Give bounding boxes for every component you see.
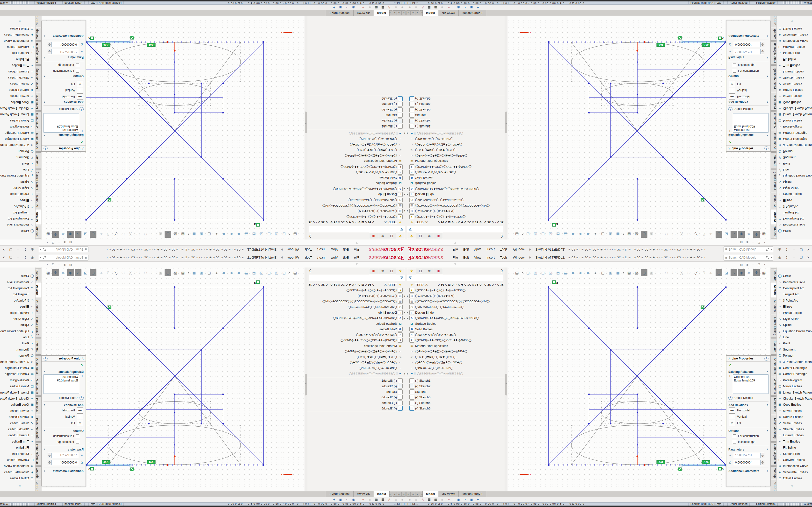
tree-item[interactable]: ◪Surface Bodies <box>307 321 406 326</box>
ok-check-icon[interactable]: ✔ <box>729 140 770 145</box>
tool-line[interactable]: ╱Line <box>0 334 35 340</box>
tool-scale-entities[interactable]: ↗Scale Entities <box>0 420 35 426</box>
tree-item[interactable]: ▶▯Design Binder <box>307 192 406 197</box>
tool-point[interactable]: ▪Point <box>777 340 812 346</box>
menu-tools[interactable]: Tools <box>497 246 510 253</box>
tool-partial-ellipse[interactable]: ◖Partial Ellipse <box>0 309 35 316</box>
menu-edit[interactable]: Edit <box>461 254 471 262</box>
tree-item[interactable]: ▥◯ƧЅ✚ЗЄЅ◯ИN◎◦✚ƆCЗЄƆЗЄЅ◯◦◯ЅЄЗƆЄЗC✚◦◎NИ◯ <box>307 299 406 304</box>
tool-line[interactable]: ╱Line <box>777 167 812 173</box>
tool-spline[interactable]: ∿Spline <box>0 179 35 185</box>
commandmanager-tab-surfaces[interactable]: Surfaces <box>35 193 41 209</box>
menu-file[interactable]: File <box>351 246 362 253</box>
tree-item[interactable]: Σ◯ƧЅИN◎◦✚A∩ºЗЄ◯◦◯ЗЄº∩A✚◦◎NИЅƧ◯ <box>307 338 406 343</box>
tree-item[interactable]: ▶▯Design Binder <box>307 310 406 315</box>
section-parameters[interactable]: Parameters ∧ <box>42 447 86 452</box>
pattern-gray-icon[interactable]: ◈ <box>439 497 445 502</box>
commandmanager-tab-surfaces[interactable]: Surfaces <box>35 298 41 314</box>
tool-3-point-arc[interactable]: ◠3 Point Arc <box>777 204 812 210</box>
commandmanager-tab-direct-editing[interactable]: Direct Editing <box>35 315 41 338</box>
tool-point[interactable]: ▪Point <box>777 161 812 167</box>
splitter-knob[interactable] <box>305 383 306 384</box>
tool-centerpoint-arc[interactable]: ◠Centerpoint Arc <box>777 216 812 222</box>
tool-center-rectangle[interactable]: ▣Center Rectangle <box>777 365 812 371</box>
expand-panel-icon[interactable]: ❯ <box>501 235 503 238</box>
tool-center-rectangle[interactable]: ▣Center Rectangle <box>0 136 35 142</box>
tool-segment[interactable]: #Segment <box>777 155 812 161</box>
parameter-field[interactable]: ∠0.00000000°▲▼ <box>726 41 770 48</box>
relation-badge-onedge[interactable]: 3 <box>254 281 260 284</box>
commandmanager-tab-mesh-modeling[interactable]: Mesh Modeling <box>771 65 777 92</box>
tree-item-sketch[interactable]: (-) Sketch4 <box>406 400 505 406</box>
restore-button[interactable]: ❐ <box>798 256 805 259</box>
coordinate-axes-icon[interactable]: ⌐ <box>446 497 452 502</box>
tool-parallelogram[interactable]: ▱Parallelogram <box>777 377 812 383</box>
option-for-construction[interactable]: For construction <box>726 433 770 439</box>
tool-fit-spline[interactable]: ≈Fit Spline <box>0 445 35 451</box>
menu-edit[interactable]: Edit <box>461 246 471 253</box>
commandmanager-tab-data-migration[interactable]: Data Migration <box>35 442 41 466</box>
tool-3-point-center-recta-[interactable]: ◇3 Point Center Recta... <box>0 142 35 148</box>
tree-item[interactable]: Σ◯ƧЅИN◎◦✚A∩ºЗЄ◯◦◯ЗЄº∩A✚◦◎NИЅƧ◯ <box>406 164 505 169</box>
pattern-gray-icon[interactable]: ◈ <box>439 5 445 10</box>
add-relation-horizontal[interactable]: —Horizontal <box>42 94 86 100</box>
splitter-knob[interactable] <box>506 383 507 384</box>
relation-badge-onedge[interactable]: 3 <box>701 306 706 309</box>
menu-file[interactable]: File <box>450 246 461 253</box>
selected-endpoint[interactable] <box>681 464 683 466</box>
tree-scrollbar[interactable] <box>304 268 307 491</box>
tree-item[interactable]: ◷◯ƧЅ·◎ƧЅИЗЄЅ◯◦◯ЅЄЗИЅƧ◎·ЅƧ◯ <box>307 304 406 310</box>
tool-mirror-entities[interactable]: ◫Mirror Entities <box>0 383 35 389</box>
add-relation-horizontal[interactable]: —Horizontal <box>726 407 770 413</box>
relation-badge-collinear[interactable] <box>678 468 681 471</box>
filter-gray-icon[interactable]: ◈ <box>400 5 405 10</box>
user-account-icon[interactable]: ◉ <box>776 247 783 252</box>
configurationmanager-tab[interactable]: ⊕ <box>378 233 387 239</box>
relation-entry[interactable]: Collinear108 <box>734 128 767 132</box>
tool-extend-entities[interactable]: ⊢Extend Entities <box>777 432 812 438</box>
tool-tangent-arc[interactable]: ⌒Tangent Arc <box>777 210 812 216</box>
expand-panel-icon[interactable]: ❯ <box>309 235 311 238</box>
add-relation-fix[interactable]: ⚓Fix <box>726 420 770 426</box>
tool-extend-entities[interactable]: ⊢Extend Entities <box>777 68 812 74</box>
tool-perimeter-circle[interactable]: ◌Perimeter Circle <box>0 279 35 285</box>
scrollbar-thumb[interactable] <box>305 112 307 133</box>
menu-file[interactable]: File <box>351 254 362 262</box>
tool-equation-driven-curve[interactable]: ƒEquation Driven Curve <box>0 173 35 179</box>
tree-item[interactable]: ▶◎◯ʌ·◎✚ƧЅ◦Є◯◦◯Є◦ЅƧ✚◎·ʌ◯ <box>406 208 505 214</box>
rollback-bar[interactable] <box>307 95 406 95</box>
tool-stretch-entities[interactable]: ↔Stretch Entities <box>777 75 812 81</box>
tab-motion-study-1[interactable]: Motion Study 1 <box>459 10 486 16</box>
commandmanager-tab-data-migration[interactable]: Data Migration <box>771 442 777 466</box>
tool-rotate-entities[interactable]: ↻Rotate Entities <box>0 414 35 420</box>
tree-item-sketch[interactable]: (-) Sketch1 <box>307 124 406 129</box>
doc-restore-button[interactable]: ❐ <box>50 240 56 245</box>
pattern-gray-icon[interactable]: ◈ <box>367 5 373 10</box>
tab-scroll-button[interactable]: ⇤ <box>401 10 406 15</box>
tab-scroll-button[interactable]: ◂ <box>411 10 415 15</box>
tool-centerpoint-arc[interactable]: ◠Centerpoint Arc <box>0 285 35 291</box>
relation-badge-collinear[interactable] <box>131 468 134 471</box>
tree-item[interactable]: ⌐◯ИN◦Ɔc◦·◎◯◦◯◎·◦cƆ◦NИ◯ <box>307 136 406 142</box>
user-account-icon[interactable]: ◉ <box>29 247 36 252</box>
user-account-icon[interactable]: ◉ <box>776 256 783 260</box>
relation-badge-equal[interactable]: =109 <box>147 460 155 464</box>
doc-prev-icon[interactable]: ◧ <box>68 262 73 267</box>
screenshot-icon[interactable]: ◉ <box>456 497 461 502</box>
commandmanager-tab-mold-tools[interactable]: Mold Tools <box>771 93 777 111</box>
tree-item[interactable]: ⌐◯ИN◦Ɔc◦·◎◯◦◯◎·◦cƆ◦NИ◯ <box>406 365 505 371</box>
line-format-icon[interactable]: ☰ <box>426 497 432 502</box>
commandmanager-tab-weldments[interactable]: Weldments <box>771 111 777 130</box>
folder-settings-icon[interactable]: ▣ <box>469 5 474 10</box>
section-options[interactable]: Options ∧ <box>42 74 86 79</box>
tool-offset-entities[interactable]: ⊏Offset Entities <box>777 475 812 481</box>
tree-item[interactable]: ⬢Solid Bodies <box>307 175 406 181</box>
filter-gray-icon[interactable]: ◈ <box>413 5 419 10</box>
featuremanager-tab[interactable]: ❖ <box>407 268 416 274</box>
menu-tools[interactable]: Tools <box>302 246 315 253</box>
relation-badge-equal[interactable]: =109 <box>147 43 155 47</box>
tree-item-sketch[interactable]: (-) Sketch4 <box>406 101 505 107</box>
tool-corner-rectangle[interactable]: ▭Corner Rectangle <box>777 371 812 377</box>
rollback-bar[interactable] <box>406 95 505 95</box>
section-additional-parameters[interactable]: Additional Parameters ∨ <box>726 468 770 473</box>
